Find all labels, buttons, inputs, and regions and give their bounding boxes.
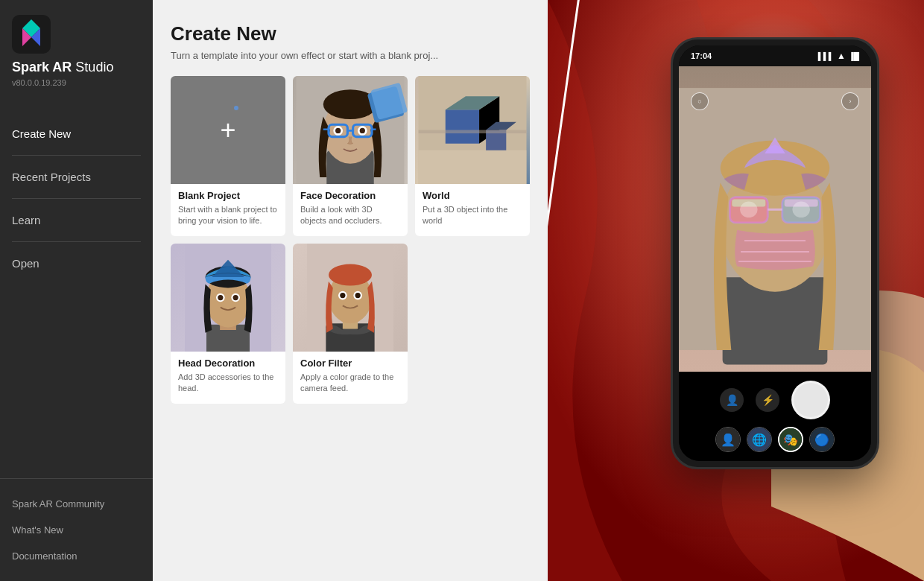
app-name-light: Studio [72,60,113,74]
face-decoration-svg [293,76,408,184]
link-spark-ar-community[interactable]: Spark AR Community [0,491,153,517]
template-face-decoration-info: Face Decoration Build a look with 3D obj… [293,184,408,236]
effect-icon-2[interactable]: 🌐 [747,427,772,452]
phone-bottom-ui: 👤 ⚡ 👤 [679,372,871,461]
phone-icon-btn-1: 👤 [720,388,744,412]
svg-point-60 [740,202,757,218]
svg-marker-19 [446,109,479,143]
template-color-filter-name: Color Filter [300,358,400,369]
color-filter-svg [293,244,408,352]
head-decoration-svg [171,244,285,352]
sidebar: Spark AR Studio v80.0.0.19.239 Create Ne… [0,0,153,581]
template-head-decoration[interactable]: Head Decoration Add 3D accessories to th… [171,244,285,404]
nav-divider-2 [12,198,141,199]
template-blank-info: Blank Project Start with a blank project… [171,184,285,236]
svg-point-39 [329,264,372,285]
effect-icon-4[interactable]: 🔵 [809,427,835,452]
nav-section: Create New Recent Projects Learn Open [0,93,153,478]
svg-rect-18 [419,150,527,184]
template-face-decoration-name: Face Decoration [300,190,400,201]
template-blank-desc: Start with a blank project to bring your… [178,204,278,227]
template-world[interactable]: World Put a 3D object into the world [415,76,530,236]
phone-camera-view: ○ › [679,66,871,372]
person-icon: 👤 [726,394,738,406]
bottom-links: Spark AR Community What's New Documentat… [0,478,153,581]
nav-divider-3 [12,241,141,242]
world-svg [415,76,530,184]
svg-point-43 [355,293,361,298]
battery-icon: ▐█ [849,52,859,60]
sidebar-item-learn[interactable]: Learn [0,202,153,238]
phone-top-ui: ○ › [691,92,859,110]
app-logo [12,15,51,54]
effect-icon-1[interactable]: 👤 [715,427,741,452]
template-head-decoration-thumb [171,244,285,352]
template-color-filter[interactable]: Color Filter Apply a color grade to the … [293,244,408,404]
svg-point-12 [335,128,341,133]
template-face-decoration[interactable]: Face Decoration Build a look with 3D obj… [293,76,408,236]
phone-status-bar: 17:04 ▌▌▌ ▲ ▐█ [679,45,871,66]
phone-icon-btn-2: ⚡ [756,388,779,412]
section-title: Create New [171,22,530,45]
flash-icon: ⚡ [762,394,774,406]
svg-point-14 [360,128,365,133]
plus-icon: + [220,117,235,144]
app-name-bold: Spark AR [12,60,72,74]
phone-chevron-btn: › [841,92,859,110]
template-blank-thumb: + [171,76,285,184]
template-face-decoration-thumb [293,76,408,184]
circle-icon: ○ [697,98,701,105]
photo-panel: 17:04 ▌▌▌ ▲ ▐█ ○ [548,0,924,581]
main-area: Create New Turn a template into your own… [153,0,924,581]
nav-divider-1 [12,155,141,156]
svg-point-41 [340,293,345,298]
link-whats-new[interactable]: What's New [0,517,153,543]
svg-point-34 [233,295,238,300]
effects-row: 👤 🌐 🎭 🔵 [715,427,835,452]
capture-button[interactable] [791,381,830,419]
templates-grid: + Blank Project Start with a blank proje… [171,76,530,404]
effect-icon-3[interactable]: 🎭 [778,427,803,452]
phone-circle-btn: ○ [691,92,709,110]
phone-controls-row: 👤 ⚡ [720,381,830,419]
phone-status-icons: ▌▌▌ ▲ ▐█ [818,51,859,61]
template-head-decoration-name: Head Decoration [178,358,278,369]
version-label: v80.0.0.19.239 [12,78,66,87]
template-world-info: World Put a 3D object into the world [415,184,530,236]
template-color-filter-thumb [293,244,408,352]
template-world-thumb [415,76,530,184]
template-color-filter-info: Color Filter Apply a color grade to the … [293,352,408,404]
template-blank[interactable]: + Blank Project Start with a blank proje… [171,76,285,236]
sidebar-item-create-new[interactable]: Create New [0,115,153,152]
logo-area: Spark AR Studio v80.0.0.19.239 [0,0,153,93]
phone-outer: 17:04 ▌▌▌ ▲ ▐█ ○ [671,37,879,469]
phone-screen: 17:04 ▌▌▌ ▲ ▐█ ○ [679,45,871,461]
signal-icon: ▌▌▌ [818,52,834,60]
phone-time: 17:04 [691,51,712,60]
chevron-right-icon: › [849,98,852,105]
svg-rect-24 [419,130,527,134]
app-title: Spark AR Studio [12,60,113,75]
sidebar-item-recent-projects[interactable]: Recent Projects [0,159,153,195]
template-world-desc: Put a 3D object into the world [423,204,522,227]
template-face-decoration-desc: Build a look with 3D objects and occlude… [300,204,400,227]
svg-point-61 [792,202,809,218]
template-color-filter-desc: Apply a color grade to the camera feed. [300,372,400,395]
link-documentation[interactable]: Documentation [0,543,153,569]
template-head-decoration-desc: Add 3D accessories to the head. [178,372,278,395]
content-panel: Create New Turn a template into your own… [153,0,548,581]
blank-dot [234,106,238,110]
ar-face-svg [679,66,871,372]
template-blank-name: Blank Project [178,190,278,201]
section-subtitle: Turn a template into your own effect or … [171,50,530,61]
sidebar-item-open[interactable]: Open [0,245,153,282]
wifi-icon: ▲ [837,51,846,61]
svg-point-32 [218,295,223,300]
template-head-decoration-info: Head Decoration Add 3D accessories to th… [171,352,285,404]
template-world-name: World [423,190,522,201]
phone-mockup: 17:04 ▌▌▌ ▲ ▐█ ○ [671,37,879,469]
